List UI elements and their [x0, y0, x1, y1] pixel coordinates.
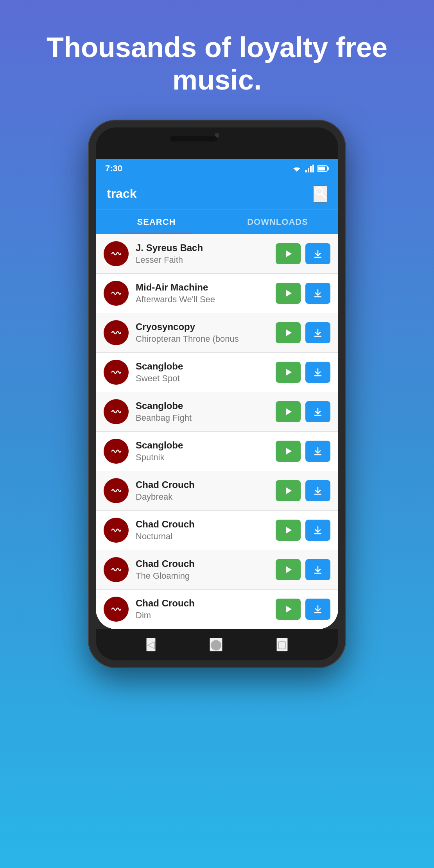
avatar-wave-icon — [109, 602, 124, 617]
track-item: Chad Crouch The Gloaming — [96, 550, 338, 590]
download-icon — [314, 565, 322, 574]
play-icon — [284, 486, 292, 495]
svg-marker-20 — [286, 329, 292, 336]
svg-rect-5 — [312, 165, 314, 172]
track-item: Chad Crouch Daybreak — [96, 471, 338, 511]
download-button[interactable] — [305, 480, 330, 501]
download-icon — [314, 368, 322, 377]
track-avatar — [104, 320, 129, 345]
download-button[interactable] — [305, 441, 330, 462]
svg-marker-44 — [286, 566, 292, 573]
tabs-bar: SEARCH DOWNLOADS — [96, 210, 338, 234]
track-artist: Scanglobe — [136, 440, 269, 451]
play-button[interactable] — [276, 401, 301, 422]
track-avatar — [104, 557, 129, 582]
track-artist: Cryosyncopy — [136, 321, 269, 332]
phone-mockup: 7:30 — [88, 120, 346, 668]
track-actions — [276, 480, 330, 501]
page-headline: Thousands of loyalty free music. — [0, 31, 434, 96]
track-song: Sputnik — [136, 452, 269, 463]
download-icon — [314, 249, 322, 258]
svg-marker-12 — [286, 250, 292, 257]
home-button[interactable]: ⬤ — [210, 638, 222, 651]
recents-button[interactable]: ▢ — [276, 638, 288, 651]
download-button[interactable] — [305, 599, 330, 620]
avatar-wave-icon — [109, 444, 124, 459]
download-button[interactable] — [305, 322, 330, 343]
play-icon — [284, 249, 292, 258]
signal-icon — [305, 165, 314, 172]
svg-marker-36 — [286, 487, 292, 494]
phone-nav-bar: ◁ ⬤ ▢ — [96, 629, 338, 660]
play-button[interactable] — [276, 283, 301, 304]
play-button[interactable] — [276, 559, 301, 580]
download-icon — [314, 486, 322, 495]
play-icon — [284, 447, 292, 456]
search-button[interactable] — [313, 185, 327, 203]
tab-search[interactable]: SEARCH — [96, 210, 217, 234]
track-artist: Mid-Air Machine — [136, 282, 269, 293]
track-actions — [276, 559, 330, 580]
track-actions — [276, 520, 330, 541]
battery-icon — [317, 165, 329, 172]
play-button[interactable] — [276, 243, 301, 264]
play-button[interactable] — [276, 322, 301, 343]
track-info: Scanglobe Sputnik — [136, 440, 269, 463]
phone-speaker — [170, 136, 217, 142]
svg-rect-4 — [310, 166, 312, 172]
avatar-wave-icon — [109, 523, 124, 538]
track-artist: Chad Crouch — [136, 558, 269, 569]
track-song: Daybreak — [136, 492, 269, 502]
download-button[interactable] — [305, 401, 330, 422]
play-icon — [284, 565, 292, 574]
svg-marker-28 — [286, 408, 292, 415]
play-button[interactable] — [276, 599, 301, 620]
track-avatar — [104, 241, 129, 266]
svg-rect-2 — [305, 170, 307, 172]
download-button[interactable] — [305, 362, 330, 383]
svg-marker-24 — [286, 369, 292, 376]
download-button[interactable] — [305, 559, 330, 580]
track-actions — [276, 362, 330, 383]
tab-downloads[interactable]: DOWNLOADS — [217, 210, 338, 234]
track-info: Mid-Air Machine Afterwards We'll See — [136, 282, 269, 305]
play-icon — [284, 328, 292, 337]
avatar-wave-icon — [109, 483, 124, 498]
track-info: Cryosyncopy Chiropteran Throne (bonus — [136, 321, 269, 344]
download-button[interactable] — [305, 520, 330, 541]
avatar-wave-icon — [109, 246, 124, 261]
track-song: Dim — [136, 610, 269, 621]
track-artist: Chad Crouch — [136, 519, 269, 530]
svg-marker-48 — [286, 606, 292, 613]
play-icon — [284, 368, 292, 377]
track-item: Scanglobe Sweet Spot — [96, 353, 338, 392]
play-button[interactable] — [276, 480, 301, 501]
track-song: Sweet Spot — [136, 373, 269, 384]
track-actions — [276, 401, 330, 422]
phone-body: 7:30 — [88, 120, 346, 668]
track-item: J. Syreus Bach Lesser Faith — [96, 234, 338, 274]
play-button[interactable] — [276, 362, 301, 383]
svg-rect-8 — [328, 167, 329, 170]
track-actions — [276, 441, 330, 462]
back-button[interactable]: ◁ — [146, 638, 156, 651]
track-info: Chad Crouch Daybreak — [136, 479, 269, 502]
track-item: Scanglobe Sputnik — [96, 432, 338, 471]
play-button[interactable] — [276, 441, 301, 462]
download-button[interactable] — [305, 283, 330, 304]
download-icon — [314, 328, 322, 337]
phone-notch — [96, 127, 338, 159]
svg-marker-40 — [286, 527, 292, 534]
track-info: Chad Crouch Nocturnal — [136, 519, 269, 542]
track-artist: Chad Crouch — [136, 479, 269, 490]
track-avatar — [104, 518, 129, 543]
track-artist: Scanglobe — [136, 361, 269, 372]
search-icon — [314, 186, 326, 199]
play-button[interactable] — [276, 520, 301, 541]
track-info: Scanglobe Sweet Spot — [136, 361, 269, 384]
track-avatar — [104, 597, 129, 622]
track-artist: J. Syreus Bach — [136, 242, 269, 253]
download-button[interactable] — [305, 243, 330, 264]
track-info: Chad Crouch The Gloaming — [136, 558, 269, 581]
track-avatar — [104, 478, 129, 503]
